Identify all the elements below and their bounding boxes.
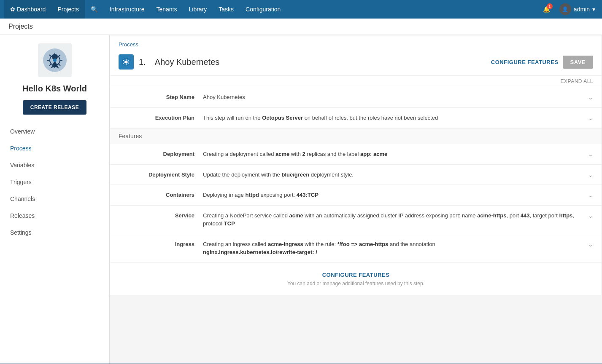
deployment-style-suffix: deployment style.: [309, 171, 354, 178]
nav-tasks[interactable]: Tasks: [213, 0, 240, 19]
configure-features-bottom-desc: You can add or manage additional feature…: [119, 281, 593, 286]
nav-tenants-label: Tenants: [156, 6, 177, 13]
nav-projects[interactable]: Projects: [51, 0, 85, 19]
notification-badge: 1: [547, 3, 553, 9]
process-breadcrumb: Process: [110, 35, 602, 50]
ingress-mid: with the rule:: [303, 241, 337, 247]
deployment-style-chevron[interactable]: ⌄: [584, 171, 593, 178]
project-logo: [38, 43, 72, 77]
features-header: Features: [110, 128, 602, 144]
sidebar: Hello K8s World CREATE RELEASE Overview …: [0, 35, 110, 364]
service-mid: with an automatically assigned cluster I…: [303, 212, 477, 219]
containers-bold1: httpd: [245, 192, 259, 198]
execution-plan-prefix: This step will run on the: [203, 115, 262, 121]
service-row: Service Creating a NodePort service call…: [110, 206, 602, 234]
nav-projects-label: Projects: [57, 6, 79, 13]
sidebar-item-settings[interactable]: Settings: [0, 224, 109, 241]
service-mid3: , target port: [529, 212, 559, 219]
deployment-bold1: acme: [275, 151, 289, 157]
configure-features-bottom-button[interactable]: CONFIGURE FEATURES: [322, 272, 390, 278]
service-prefix: Creating a NodePort service called: [203, 212, 289, 219]
expand-all-bar: EXPAND ALL: [110, 76, 602, 87]
service-bold3: 443: [521, 212, 530, 219]
deployment-style-label: Deployment Style: [119, 171, 203, 178]
process-panel: Process 1.: [110, 35, 602, 295]
containers-label: Containers: [119, 191, 203, 198]
chevron-down-icon: ▾: [592, 6, 595, 13]
containers-chevron[interactable]: ⌄: [584, 191, 593, 198]
avatar-icon: 👤: [562, 6, 568, 12]
nav-dashboard[interactable]: ✿ Dashboard: [4, 0, 51, 19]
nav-search[interactable]: 🔍: [85, 0, 104, 19]
deployment-style-bold: blue/green: [281, 171, 309, 178]
save-button[interactable]: SAVE: [563, 56, 593, 69]
execution-plan-bold1: Octopus Server: [262, 115, 303, 121]
sidebar-item-channels[interactable]: Channels: [0, 190, 109, 207]
sidebar-item-variables[interactable]: Variables: [0, 157, 109, 174]
step-number: 1.: [139, 57, 146, 67]
containers-mid: exposing port:: [259, 192, 297, 198]
deployment-prefix: Creating a deployment called: [203, 151, 275, 157]
execution-plan-chevron[interactable]: ⌄: [584, 114, 593, 121]
ingress-label: Ingress: [119, 240, 203, 247]
step-name-label: Step Name: [119, 93, 203, 100]
admin-menu[interactable]: 👤 admin ▾: [557, 3, 598, 15]
page-header: Projects: [0, 19, 602, 35]
step-title: Ahoy Kubernetes: [155, 57, 219, 67]
step-name-chevron[interactable]: ⌄: [584, 93, 593, 101]
execution-plan-mid: on behalf of roles, but the roles have n…: [303, 115, 438, 121]
sidebar-item-overview[interactable]: Overview: [0, 123, 109, 140]
step-name-value: Ahoy Kubernetes: [203, 93, 584, 102]
nav-library-label: Library: [189, 6, 207, 13]
containers-prefix: Deploying image: [203, 192, 245, 198]
service-label: Service: [119, 211, 203, 219]
containers-bold2: 443:TCP: [297, 192, 319, 198]
service-bold5: TCP: [224, 220, 235, 227]
configure-features-button[interactable]: CONFIGURE FEATURES: [491, 59, 559, 65]
service-bold2: acme-https: [477, 212, 506, 219]
ingress-bold2: */foo => acme-https: [337, 241, 389, 247]
expand-all-button[interactable]: EXPAND ALL: [561, 78, 593, 84]
execution-plan-row: Execution Plan This step will run on the…: [110, 108, 602, 128]
ingress-bold3: nginx.ingress.kubernetes.io/rewrite-targ…: [203, 249, 317, 255]
process-header: 1. Ahoy Kubernetes CONFIGURE FEATURES SA…: [110, 50, 602, 76]
step-name-row: Step Name Ahoy Kubernetes ⌄: [110, 87, 602, 108]
nav-infrastructure-label: Infrastructure: [110, 6, 144, 13]
nav-configuration[interactable]: Configuration: [240, 0, 286, 19]
deployment-value: Creating a deployment called acme with 2…: [203, 150, 584, 158]
deployment-mid: with: [289, 151, 302, 157]
nav-infrastructure[interactable]: Infrastructure: [104, 0, 150, 19]
main-panel: Process 1.: [110, 35, 602, 364]
nav-library[interactable]: Library: [183, 0, 213, 19]
project-title: Hello K8s World: [14, 84, 95, 94]
deployment-style-prefix: Update the deployment with the: [203, 171, 281, 178]
deployment-label: Deployment: [119, 150, 203, 157]
deployment-style-value: Update the deployment with the blue/gree…: [203, 171, 584, 179]
svg-point-13: [125, 61, 127, 63]
nav-tenants[interactable]: Tenants: [150, 0, 183, 19]
step-number-title: 1. Ahoy Kubernetes: [139, 57, 491, 67]
ingress-prefix: Creating an ingress called: [203, 241, 268, 247]
sidebar-item-triggers[interactable]: Triggers: [0, 174, 109, 190]
ingress-chevron[interactable]: ⌄: [584, 240, 593, 248]
admin-label: admin: [574, 6, 590, 13]
deployment-bold3: app: acme: [360, 151, 387, 157]
sidebar-item-releases[interactable]: Releases: [0, 207, 109, 224]
ingress-mid2: and the annotation: [388, 241, 435, 247]
service-chevron[interactable]: ⌄: [584, 211, 593, 219]
top-navigation: ✿ Dashboard Projects 🔍 Infrastructure Te…: [0, 0, 602, 19]
avatar: 👤: [559, 3, 571, 15]
containers-value: Deploying image httpd exposing port: 443…: [203, 191, 584, 199]
sidebar-item-process[interactable]: Process: [0, 140, 109, 157]
create-release-button[interactable]: CREATE RELEASE: [23, 100, 86, 115]
execution-plan-label: Execution Plan: [119, 114, 203, 121]
ingress-bold1: acme-ingress: [268, 241, 303, 247]
deployment-chevron[interactable]: ⌄: [584, 150, 593, 158]
containers-row: Containers Deploying image httpd exposin…: [110, 185, 602, 206]
sidebar-nav: Overview Process Variables Triggers Chan…: [0, 123, 109, 241]
nav-tasks-label: Tasks: [219, 6, 234, 13]
nav-configuration-label: Configuration: [246, 6, 281, 13]
service-bold1: acme: [289, 212, 303, 219]
notification-button[interactable]: 🔔 1: [540, 3, 553, 16]
deployment-bold2: 2: [302, 151, 305, 157]
